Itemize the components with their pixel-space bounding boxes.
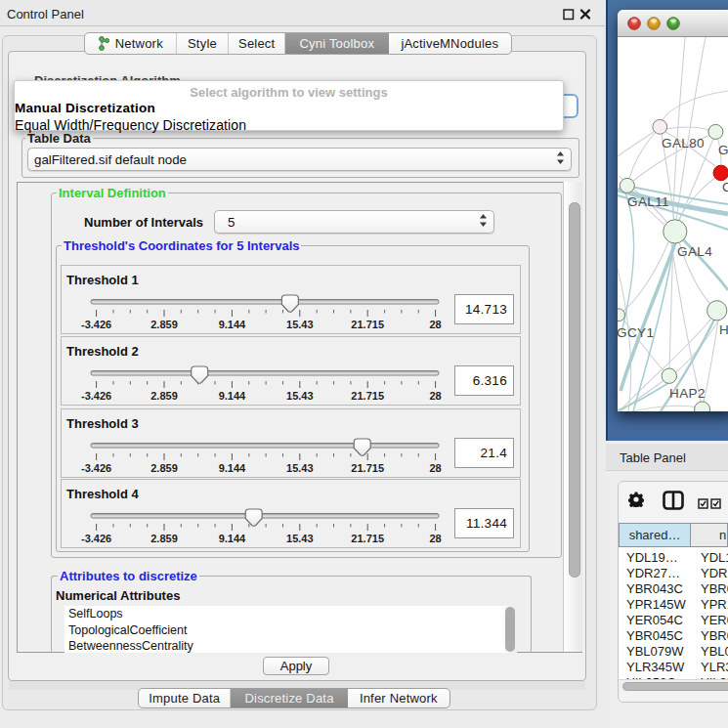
svg-text:GAL4: GAL4 — [677, 244, 712, 259]
svg-text:CY: CY — [722, 180, 728, 194]
svg-text:H: H — [719, 322, 728, 337]
svg-text:HAP2: HAP2 — [669, 386, 706, 401]
svg-text:-3.426: -3.426 — [81, 533, 111, 544]
svg-text:15.43: 15.43 — [286, 319, 314, 330]
svg-text:9.144: 9.144 — [219, 533, 246, 544]
svg-text:21.715: 21.715 — [351, 319, 384, 330]
svg-text:GAL80: GAL80 — [662, 136, 705, 150]
svg-text:GCY1: GCY1 — [618, 325, 654, 340]
svg-text:28: 28 — [429, 462, 441, 474]
svg-text:28: 28 — [429, 390, 441, 402]
svg-text:GA: GA — [718, 143, 728, 157]
svg-text:21.715: 21.715 — [351, 390, 384, 402]
svg-text:9.144: 9.144 — [219, 390, 246, 402]
svg-text:28: 28 — [429, 319, 441, 330]
svg-text:GAL11: GAL11 — [627, 194, 669, 209]
svg-text:2.859: 2.859 — [150, 319, 178, 330]
svg-text:9.144: 9.144 — [219, 319, 246, 330]
svg-text:2.859: 2.859 — [150, 533, 178, 544]
svg-text:28: 28 — [429, 533, 441, 544]
svg-text:-3.426: -3.426 — [81, 390, 111, 402]
svg-text:-3.426: -3.426 — [81, 462, 111, 474]
svg-text:15.43: 15.43 — [286, 533, 314, 544]
svg-text:9.144: 9.144 — [219, 462, 246, 474]
svg-text:2.859: 2.859 — [150, 462, 178, 474]
svg-text:15.43: 15.43 — [286, 390, 314, 402]
svg-text:-3.426: -3.426 — [81, 319, 111, 330]
svg-text:2.859: 2.859 — [150, 390, 178, 402]
svg-text:21.715: 21.715 — [351, 462, 384, 474]
svg-text:21.715: 21.715 — [351, 533, 384, 544]
svg-text:15.43: 15.43 — [286, 462, 314, 474]
